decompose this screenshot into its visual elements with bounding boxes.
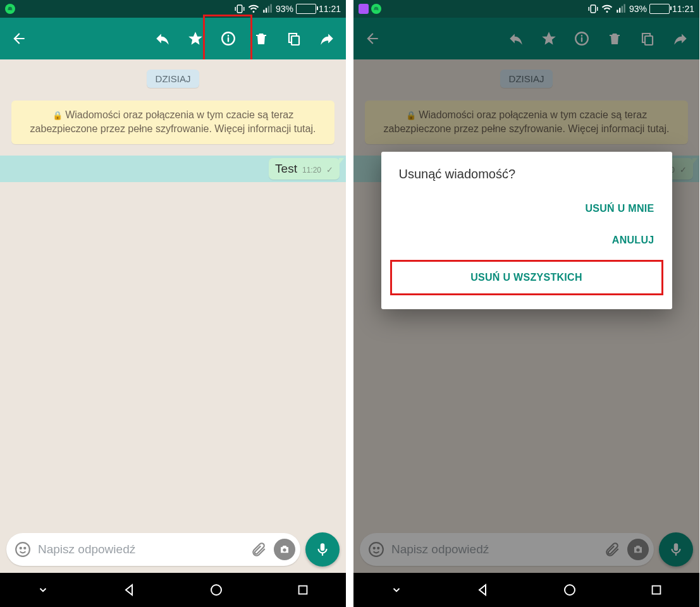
nav-home-icon[interactable] — [556, 576, 584, 604]
svg-rect-13 — [591, 5, 596, 13]
nav-recents-icon[interactable] — [642, 576, 670, 604]
svg-point-7 — [16, 543, 30, 556]
selected-message-row[interactable]: Test 11:20 ✓ — [0, 156, 346, 182]
battery-percent: 93% — [629, 4, 647, 14]
svg-rect-0 — [237, 5, 242, 13]
battery-icon — [649, 4, 670, 14]
svg-point-8 — [20, 548, 21, 549]
nav-recents-icon[interactable] — [289, 576, 317, 604]
info-icon[interactable] — [213, 23, 243, 54]
svg-rect-6 — [292, 36, 299, 45]
vibrate-icon — [234, 3, 245, 15]
encryption-text: Wiadomości oraz połączenia w tym czacie … — [30, 109, 316, 134]
nav-home-icon[interactable] — [202, 576, 230, 604]
delete-dialog: Usunąć wiadomość? USUŃ U MNIE ANULUJ USU… — [381, 152, 672, 309]
mic-button[interactable] — [305, 532, 340, 567]
signal-icon — [262, 3, 273, 15]
wifi-icon — [601, 3, 613, 15]
back-icon[interactable] — [4, 23, 34, 54]
outgoing-message[interactable]: Test 11:20 ✓ — [269, 158, 340, 180]
android-nav-bar — [0, 573, 346, 607]
svg-rect-16 — [622, 6, 623, 13]
sent-tick-icon: ✓ — [326, 165, 333, 175]
copy-icon[interactable] — [279, 23, 309, 54]
camera-icon[interactable] — [274, 539, 295, 560]
android-nav-bar — [353, 573, 699, 607]
svg-point-10 — [283, 548, 286, 551]
delete-for-me-button[interactable]: USUŃ U MNIE — [381, 193, 672, 224]
clock: 11:21 — [672, 4, 694, 14]
message-time: 11:20 — [302, 166, 321, 175]
modal-overlay: Usunąć wiadomość? USUŃ U MNIE ANULUJ USU… — [353, 18, 699, 573]
svg-rect-12 — [298, 586, 307, 594]
cancel-button[interactable]: ANULUJ — [381, 224, 672, 256]
battery-icon — [296, 4, 316, 14]
phone-left: 93% 11:21 DZISIAJ 🔒 Wiadomości oraz połą… — [0, 0, 346, 607]
encryption-notice[interactable]: 🔒 Wiadomości oraz połączenia w tym czaci… — [11, 101, 335, 144]
svg-rect-15 — [619, 8, 620, 13]
svg-rect-17 — [623, 4, 625, 13]
status-bar: 93% 11:21 — [0, 0, 346, 18]
star-icon[interactable] — [180, 23, 211, 54]
reply-icon[interactable] — [147, 23, 178, 54]
delete-for-everyone-button[interactable]: USUŃ U WSZYSTKICH — [390, 260, 663, 295]
selection-action-bar — [0, 18, 346, 59]
delete-icon[interactable] — [246, 23, 276, 54]
svg-point-24 — [565, 585, 575, 595]
vibrate-icon — [587, 3, 599, 15]
composer: Napisz odpowiedź — [0, 527, 346, 573]
notification-icon — [359, 4, 369, 14]
nav-back-icon[interactable] — [469, 576, 497, 604]
message-text: Test — [275, 162, 297, 176]
emoji-icon[interactable] — [11, 538, 34, 561]
spotify-icon — [371, 4, 381, 14]
nav-back-icon[interactable] — [116, 576, 144, 604]
clock: 11:21 — [319, 4, 341, 14]
nav-expand-icon[interactable] — [29, 576, 57, 604]
svg-rect-14 — [617, 10, 618, 13]
svg-point-9 — [24, 548, 25, 549]
nav-expand-icon[interactable] — [383, 576, 410, 604]
status-bar: 93% 11:21 — [353, 0, 699, 18]
lock-icon: 🔒 — [52, 111, 63, 120]
battery-percent: 93% — [276, 4, 293, 14]
attach-icon[interactable] — [247, 538, 270, 561]
svg-rect-25 — [652, 586, 660, 594]
svg-rect-3 — [268, 6, 269, 13]
dialog-title: Usunąć wiadomość? — [381, 167, 672, 193]
svg-rect-1 — [263, 10, 264, 13]
svg-rect-2 — [266, 8, 267, 13]
message-input-wrap[interactable]: Napisz odpowiedź — [6, 533, 300, 566]
svg-point-11 — [211, 585, 221, 595]
svg-rect-4 — [270, 4, 271, 13]
phone-right: 93% 11:21 DZISIAJ 🔒 Wiadomości oraz połą… — [353, 0, 699, 607]
spotify-icon — [5, 4, 15, 14]
signal-icon — [615, 3, 627, 15]
message-input[interactable]: Napisz odpowiedź — [38, 543, 243, 556]
date-separator: DZISIAJ — [147, 70, 200, 88]
chat-area[interactable]: DZISIAJ 🔒 Wiadomości oraz połączenia w t… — [0, 59, 346, 573]
forward-icon[interactable] — [312, 23, 342, 54]
wifi-icon — [248, 3, 259, 15]
